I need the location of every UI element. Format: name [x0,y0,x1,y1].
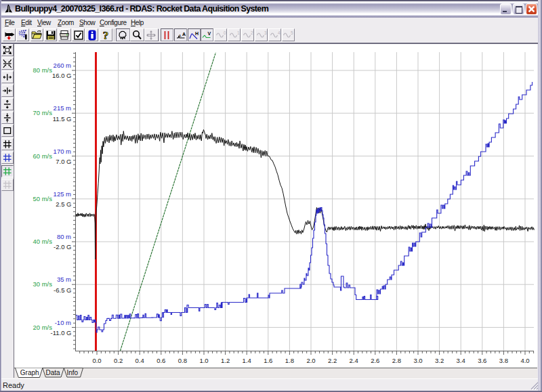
svg-text:3.4: 3.4 [457,357,465,364]
svg-text:260 m: 260 m [54,62,71,69]
svg-text:2.6: 2.6 [371,357,379,364]
svg-text:80 m: 80 m [57,233,71,240]
svg-text:1.0: 1.0 [199,357,208,364]
svg-text:0.4: 0.4 [136,357,144,364]
svg-text:3.0: 3.0 [413,357,422,364]
svg-text:60 m/s: 60 m/s [33,152,52,160]
svg-text:5: 5 [291,30,293,35]
svg-text:4: 4 [278,30,280,35]
svg-text:V: V [208,31,211,36]
svg-text:1.2: 1.2 [221,357,230,364]
svg-text:2.5 G: 2.5 G [56,200,71,208]
svg-text:-2.0 G: -2.0 G [54,243,71,251]
svg-text:4.0: 4.0 [520,357,529,364]
svg-text:-11.0 G: -11.0 G [51,329,72,336]
svg-text:Data: Data [46,369,61,376]
svg-text:35 m: 35 m [57,276,71,283]
svg-text:-6.5 G: -6.5 G [54,286,71,294]
svg-text:125 m: 125 m [54,190,71,198]
svg-text:?: ? [103,30,109,41]
svg-text:1.8: 1.8 [285,357,294,364]
svg-text:H: H [195,30,199,35]
svg-text:80 m/s: 80 m/s [33,66,52,74]
svg-text:2.2: 2.2 [328,357,337,364]
svg-text:11.5 G: 11.5 G [53,115,72,123]
svg-text:30 m/s: 30 m/s [33,280,52,288]
svg-text:3.8: 3.8 [499,357,508,364]
svg-text:2.4: 2.4 [350,357,358,364]
svg-text:7.0 G: 7.0 G [56,158,71,165]
svg-text:A: A [182,31,186,36]
svg-text:2: 2 [251,30,253,35]
svg-text:0.6: 0.6 [157,357,165,364]
svg-text:2.0: 2.0 [306,357,315,364]
svg-text:-10 m: -10 m [55,319,71,326]
svg-text:1.6: 1.6 [264,357,272,364]
svg-text:A: A [178,34,181,38]
svg-text:3.2: 3.2 [435,357,444,364]
svg-text:20 m/s: 20 m/s [33,324,52,331]
svg-text:Graph: Graph [20,369,39,376]
svg-text:170 m: 170 m [54,148,71,155]
svg-text:0.8: 0.8 [178,357,187,364]
svg-text:0: 0 [224,30,226,35]
svg-text:50 m/s: 50 m/s [33,195,52,202]
svg-text:1.4: 1.4 [243,357,251,364]
svg-text:16.0 G: 16.0 G [52,72,72,79]
svg-text:3.6: 3.6 [478,357,486,364]
svg-text:3: 3 [264,30,267,35]
svg-text:40 m/s: 40 m/s [33,238,52,245]
svg-text:2.8: 2.8 [392,357,401,364]
svg-text:215 m: 215 m [54,104,71,112]
svg-text:70 m/s: 70 m/s [33,109,52,116]
svg-text:0.0: 0.0 [92,357,101,364]
svg-text:1: 1 [237,30,240,35]
svg-text:0.2: 0.2 [114,357,123,364]
svg-text:Info: Info [67,369,79,376]
